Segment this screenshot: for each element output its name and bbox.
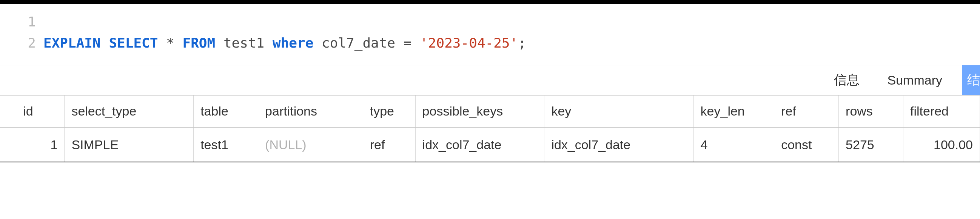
- cell-key-len[interactable]: 4: [694, 127, 774, 162]
- result-tabs: 信息 Summary 结: [0, 65, 980, 95]
- cell-id[interactable]: 1: [16, 127, 65, 162]
- keyword-explain: EXPLAIN: [43, 35, 101, 51]
- sql-editor[interactable]: 1 2 EXPLAIN SELECT * FROM test1 where co…: [0, 4, 980, 65]
- header-key[interactable]: key: [544, 95, 694, 127]
- cell-gap: [0, 127, 16, 162]
- header-partitions[interactable]: partitions: [258, 95, 363, 127]
- tab-summary[interactable]: Summary: [879, 65, 951, 95]
- line-number: 1: [0, 11, 43, 32]
- line-number: 2: [0, 32, 43, 54]
- keyword-select: SELECT: [109, 35, 158, 51]
- cell-select-type[interactable]: SIMPLE: [65, 127, 194, 162]
- header-filtered[interactable]: filtered: [903, 95, 980, 127]
- table-name: test1: [223, 35, 264, 51]
- cell-table[interactable]: test1: [194, 127, 258, 162]
- null-value: (NULL): [265, 137, 307, 152]
- semicolon: ;: [518, 35, 526, 51]
- cell-rows[interactable]: 5275: [839, 127, 904, 162]
- header-table[interactable]: table: [194, 95, 258, 127]
- table-row[interactable]: 1 SIMPLE test1 (NULL) ref idx_col7_date …: [0, 127, 980, 162]
- keyword-where: where: [272, 35, 313, 51]
- cell-possible-keys[interactable]: idx_col7_date: [415, 127, 544, 162]
- eq: =: [404, 35, 412, 51]
- cell-type[interactable]: ref: [363, 127, 415, 162]
- editor-line-2: 2 EXPLAIN SELECT * FROM test1 where col7…: [0, 32, 980, 54]
- window-topstrip: [0, 0, 980, 4]
- header-gap: [0, 95, 16, 127]
- explain-result-table: id select_type table partitions type pos…: [0, 95, 980, 162]
- table-header-row: id select_type table partitions type pos…: [0, 95, 980, 127]
- header-select-type[interactable]: select_type: [65, 95, 194, 127]
- header-rows[interactable]: rows: [839, 95, 904, 127]
- header-id[interactable]: id: [16, 95, 65, 127]
- keyword-from: FROM: [183, 35, 216, 51]
- tab-info[interactable]: 信息: [826, 65, 868, 95]
- code-content[interactable]: EXPLAIN SELECT * FROM test1 where col7_d…: [43, 32, 980, 54]
- cell-partitions[interactable]: (NULL): [258, 127, 363, 162]
- star: *: [166, 35, 174, 51]
- cell-key[interactable]: idx_col7_date: [544, 127, 694, 162]
- column-name: col7_date: [321, 35, 395, 51]
- cell-filtered[interactable]: 100.00: [903, 127, 980, 162]
- tab-result-partial[interactable]: 结: [962, 65, 980, 95]
- header-ref[interactable]: ref: [774, 95, 839, 127]
- editor-line-1: 1: [0, 11, 980, 32]
- cell-ref[interactable]: const: [774, 127, 839, 162]
- header-key-len[interactable]: key_len: [694, 95, 774, 127]
- header-type[interactable]: type: [363, 95, 415, 127]
- string-literal: '2023-04-25': [420, 35, 518, 51]
- header-possible-keys[interactable]: possible_keys: [415, 95, 544, 127]
